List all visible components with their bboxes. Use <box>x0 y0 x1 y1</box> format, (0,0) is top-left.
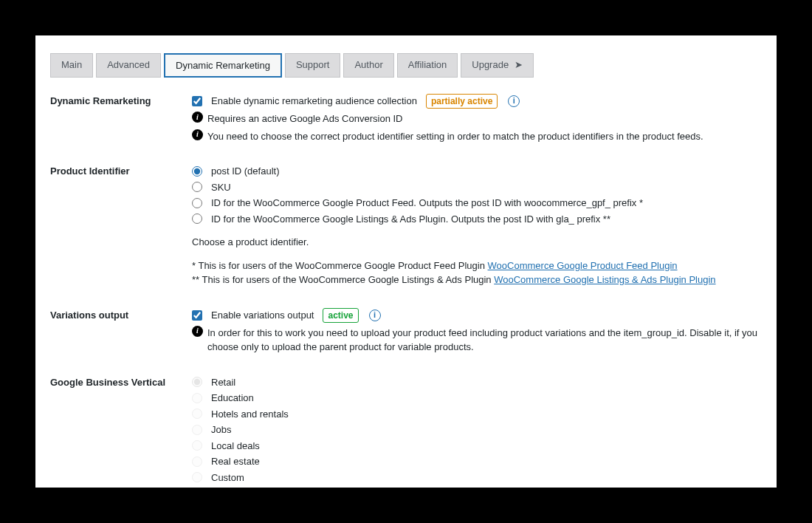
radio-custom <box>192 472 202 482</box>
link-gla-plugin[interactable]: WooCommerce Google Listings & Ads Plugin… <box>494 274 715 285</box>
radio-label-gpf: ID for the WooCommerce Google Product Fe… <box>211 196 643 211</box>
tab-author[interactable]: Author <box>343 53 393 78</box>
checkbox-enable-variations-output[interactable] <box>192 310 202 321</box>
info-icon: i <box>192 112 203 123</box>
tab-affiliation[interactable]: Affiliation <box>397 53 458 78</box>
tab-main[interactable]: Main <box>50 53 93 78</box>
checkbox-label-dynamic-remarketing: Enable dynamic remarketing audience coll… <box>211 94 417 109</box>
status-badge-partially-active: partially active <box>426 94 498 109</box>
radio-label-jobs: Jobs <box>211 423 231 437</box>
tab-dynamic-remarketing[interactable]: Dynamic Remarketing <box>164 53 282 78</box>
radio-sku[interactable] <box>192 182 202 192</box>
radio-jobs <box>192 425 202 435</box>
link-gpf-plugin[interactable]: WooCommerce Google Product Feed Plugin <box>488 260 678 271</box>
radio-label-education: Education <box>211 391 254 406</box>
row-google-business-vertical: Google Business Vertical Retail Educatio… <box>50 375 762 487</box>
radio-label-local-deals: Local deals <box>211 439 260 454</box>
row-product-identifier: Product Identifier post ID (default) SKU… <box>50 164 762 287</box>
tabs: Main Advanced Dynamic Remarketing Suppor… <box>50 53 762 78</box>
radio-label-sku: SKU <box>211 180 231 195</box>
label-google-business-vertical: Google Business Vertical <box>50 375 192 388</box>
info-icon[interactable]: i <box>369 310 381 321</box>
row-variations-output: Variations output Enable variations outp… <box>50 308 762 355</box>
settings-panel: Main Advanced Dynamic Remarketing Suppor… <box>35 35 777 488</box>
tab-advanced[interactable]: Advanced <box>96 53 161 78</box>
radio-education <box>192 393 202 403</box>
info-icon[interactable]: i <box>508 95 520 107</box>
note-requires-conversion-id: Requires an active Google Ads Conversion… <box>207 112 402 126</box>
radio-label-post-id: post ID (default) <box>211 164 280 179</box>
note-variations-output: In order for this to work you need to up… <box>207 326 762 355</box>
radio-label-real-estate: Real estate <box>211 454 260 469</box>
tab-upgrade-label: Upgrade <box>472 59 509 70</box>
checkbox-label-variations-output: Enable variations output <box>211 308 314 323</box>
checkbox-enable-dynamic-remarketing[interactable] <box>192 96 202 106</box>
helper-product-identifier: Choose a product identifier. <box>192 235 762 250</box>
label-variations-output: Variations output <box>50 308 192 321</box>
radio-retail <box>192 377 202 387</box>
note-choose-identifier: You need to choose the correct product i… <box>207 129 703 144</box>
radio-hotels <box>192 409 202 419</box>
status-badge-active: active <box>323 308 358 323</box>
radio-gpf[interactable] <box>192 198 202 208</box>
footnote-gla: ** This is for users of the WooCommerce … <box>192 273 762 287</box>
info-icon: i <box>192 129 203 140</box>
radio-label-retail: Retail <box>211 375 235 390</box>
tab-support[interactable]: Support <box>285 53 341 78</box>
label-product-identifier: Product Identifier <box>50 164 192 177</box>
radio-label-gla: ID for the WooCommerce Google Listings &… <box>211 212 610 227</box>
radio-label-hotels: Hotels and rentals <box>211 407 289 422</box>
arrow-right-icon: ➤ <box>515 59 523 70</box>
info-icon: i <box>192 326 203 337</box>
radio-local-deals <box>192 440 202 451</box>
radio-post-id[interactable] <box>192 166 202 177</box>
row-dynamic-remarketing: Dynamic Remarketing Enable dynamic remar… <box>50 94 762 143</box>
radio-real-estate <box>192 457 202 467</box>
tab-upgrade[interactable]: Upgrade ➤ <box>461 53 534 78</box>
radio-gla[interactable] <box>192 213 202 224</box>
radio-label-custom: Custom <box>211 471 244 485</box>
footnote-gpf: * This is for users of the WooCommerce G… <box>192 259 762 273</box>
label-dynamic-remarketing: Dynamic Remarketing <box>50 94 192 106</box>
